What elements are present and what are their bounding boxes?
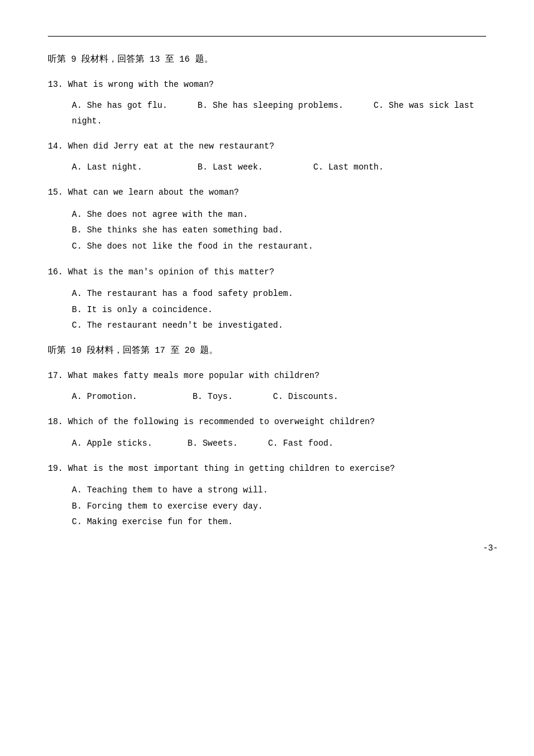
q15-text: 15. What can we learn about the woman? [48,186,486,199]
q15-option-b: B. She thinks she has eaten something ba… [72,222,486,238]
q16-text: 16. What is the man's opinion of this ma… [48,265,486,279]
page-number: -3- [483,543,498,553]
section9-header: 听第 9 段材料，回答第 13 至 16 题。 [48,53,486,65]
q16-option-b: B. It is only a coincidence. [72,302,486,318]
q19-options: A. Teaching them to have a strong will. … [72,482,486,530]
question-17: 17. What makes fatty meals more popular … [48,369,486,405]
q19-text: 19. What is the most important thing in … [48,462,486,475]
q19-option-c: C. Making exercise fun for them. [72,514,486,530]
q17-options: A. Promotion. B. Toys. C. Discounts. [72,389,486,404]
question-19: 19. What is the most important thing in … [48,462,486,530]
q14-options: A. Last night. B. Last week. C. Last mon… [72,160,486,175]
question-18: 18. Which of the following is recommende… [48,415,486,451]
question-14: 14. When did Jerry eat at the new restau… [48,140,486,176]
q17-text: 17. What makes fatty meals more popular … [48,369,486,382]
top-divider [48,36,486,37]
section10-header: 听第 10 段材料，回答第 17 至 20 题。 [48,344,486,356]
q16-options: A. The restaurant has a food safety prob… [72,286,486,334]
q19-option-b: B. Forcing them to exercise every day. [72,498,486,515]
q15-option-a: A. She does not agree with the man. [72,207,486,223]
q13-text: 13. What is wrong with the woman? [48,78,486,91]
q14-text: 14. When did Jerry eat at the new restau… [48,140,486,153]
page-container: 听第 9 段材料，回答第 13 至 16 题。 13. What is wron… [0,0,534,577]
question-13: 13. What is wrong with the woman? A. She… [48,78,486,129]
question-15: 15. What can we learn about the woman? A… [48,186,486,254]
q16-option-c: C. The restaurant needn't be investigate… [72,317,486,334]
q18-options: A. Apple sticks. B. Sweets. C. Fast food… [72,436,486,451]
q18-text: 18. Which of the following is recommende… [48,415,486,428]
q15-option-c: C. She does not like the food in the res… [72,238,486,255]
q15-options: A. She does not agree with the man. B. S… [72,207,486,255]
q13-options: A. She has got flu. B. She has sleeping … [72,98,486,128]
q19-option-a: A. Teaching them to have a strong will. [72,482,486,498]
section10-divider: 听第 10 段材料，回答第 17 至 20 题。 [48,344,486,356]
question-16: 16. What is the man's opinion of this ma… [48,265,486,334]
q16-option-a: A. The restaurant has a food safety prob… [72,286,486,302]
